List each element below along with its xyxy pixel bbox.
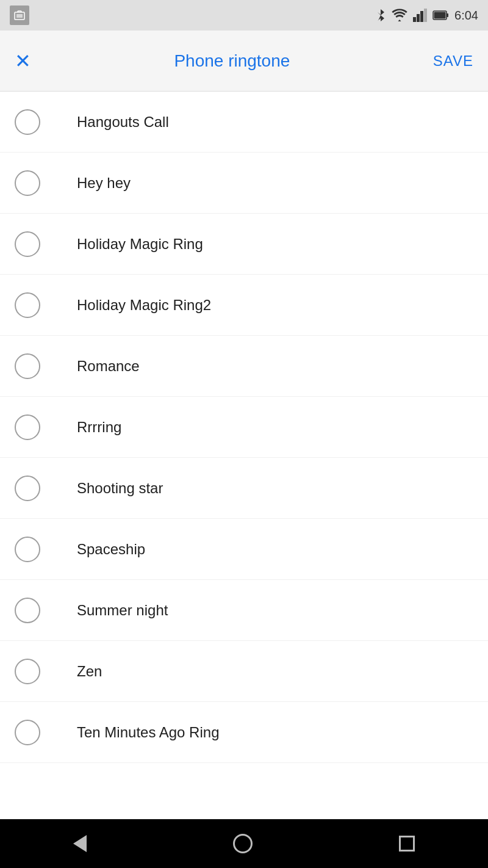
ringtone-name: Rrrring xyxy=(77,419,121,436)
svg-rect-2 xyxy=(413,17,416,22)
radio-button[interactable] xyxy=(15,720,40,745)
list-item[interactable]: Holiday Magic Ring xyxy=(0,214,488,275)
ringtone-name: Holiday Magic Ring2 xyxy=(77,297,211,314)
radio-button[interactable] xyxy=(15,659,40,684)
list-item[interactable]: Rrrring xyxy=(0,397,488,458)
status-bar-right: 6:04 xyxy=(375,8,478,23)
status-time: 6:04 xyxy=(454,9,478,23)
list-item[interactable]: Shooting star xyxy=(0,458,488,519)
list-item[interactable]: Romance xyxy=(0,336,488,397)
ringtone-name: Hey hey xyxy=(77,175,131,192)
thumbnail-icon xyxy=(10,5,29,25)
signal-icon xyxy=(413,9,428,22)
svg-rect-4 xyxy=(420,11,423,22)
radio-button[interactable] xyxy=(15,537,40,562)
radio-button[interactable] xyxy=(15,476,40,501)
radio-button[interactable] xyxy=(15,353,40,379)
ringtone-name: Romance xyxy=(77,358,140,375)
page-title: Phone ringtone xyxy=(174,51,290,71)
radio-button[interactable] xyxy=(15,170,40,196)
ringtone-name: Spaceship xyxy=(77,541,145,558)
back-icon xyxy=(73,835,87,852)
nav-recents-button[interactable] xyxy=(399,836,415,852)
list-item[interactable]: Summer night xyxy=(0,580,488,641)
radio-button[interactable] xyxy=(15,414,40,440)
svg-rect-7 xyxy=(447,13,448,17)
ringtone-name: Zen xyxy=(77,663,102,680)
status-bar: 6:04 xyxy=(0,0,488,31)
wifi-icon xyxy=(391,9,408,22)
home-icon xyxy=(233,834,253,853)
ringtone-name: Shooting star xyxy=(77,480,163,497)
radio-button[interactable] xyxy=(15,598,40,623)
list-item[interactable]: Hey hey xyxy=(0,153,488,214)
list-item[interactable]: Holiday Magic Ring2 xyxy=(0,275,488,336)
nav-bar xyxy=(0,819,488,868)
battery-icon xyxy=(432,10,450,21)
recents-icon xyxy=(399,836,415,852)
ringtone-name: Summer night xyxy=(77,602,168,619)
list-item[interactable]: Zen xyxy=(0,641,488,702)
radio-button[interactable] xyxy=(15,231,40,257)
close-button[interactable]: ✕ xyxy=(15,49,31,73)
list-item[interactable]: Ten Minutes Ago Ring xyxy=(0,702,488,763)
nav-home-button[interactable] xyxy=(233,834,253,853)
ringtone-name: Holiday Magic Ring xyxy=(77,236,203,253)
bluetooth-icon xyxy=(375,8,386,23)
nav-back-button[interactable] xyxy=(73,835,87,852)
radio-button[interactable] xyxy=(15,109,40,135)
svg-rect-5 xyxy=(424,9,427,22)
status-bar-left xyxy=(10,5,29,25)
list-item[interactable]: Spaceship xyxy=(0,519,488,580)
svg-rect-1 xyxy=(16,14,23,18)
svg-rect-8 xyxy=(434,12,446,19)
svg-rect-3 xyxy=(417,14,420,22)
header: ✕ Phone ringtone SAVE xyxy=(0,31,488,92)
radio-button[interactable] xyxy=(15,292,40,318)
save-button[interactable]: SAVE xyxy=(433,52,473,70)
ringtone-name: Ten Minutes Ago Ring xyxy=(77,724,219,741)
list-item[interactable]: Hangouts Call xyxy=(0,92,488,153)
ringtone-list: Hangouts CallHey heyHoliday Magic RingHo… xyxy=(0,92,488,763)
ringtone-name: Hangouts Call xyxy=(77,114,169,131)
